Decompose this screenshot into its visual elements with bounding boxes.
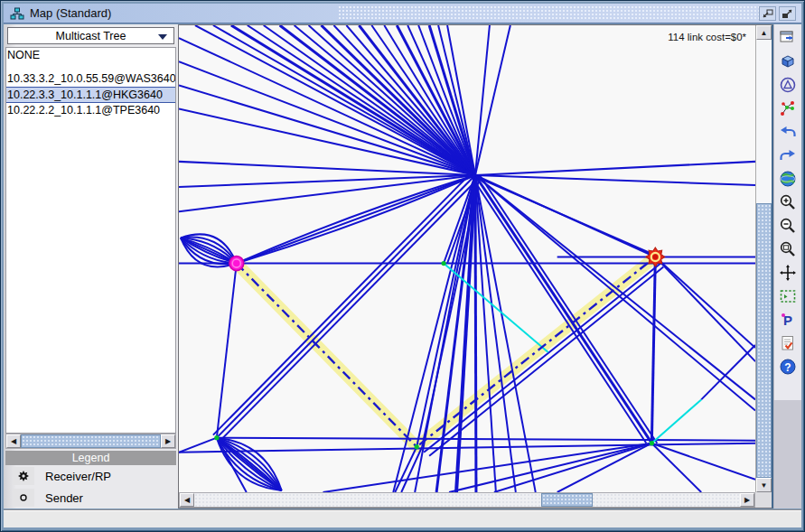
tree-list-item[interactable]: 10.22.2.2_10.1.1.1@TPE3640 (6, 103, 175, 118)
chevron-down-icon (158, 34, 167, 40)
path-tool-icon: P (779, 311, 797, 329)
restore-window-button[interactable] (759, 6, 776, 21)
circular-layout-icon (779, 76, 797, 94)
fit-view-button[interactable] (777, 169, 799, 189)
svg-text:?: ? (784, 361, 791, 374)
map-tree-icon (10, 7, 24, 20)
graph-layout-icon (779, 99, 797, 117)
scrollbar-thumb[interactable] (756, 203, 772, 478)
scrollbar-thumb[interactable] (21, 434, 161, 448)
redo-icon (779, 147, 797, 163)
scroll-down-button[interactable]: ▼ (756, 478, 772, 492)
map-edge (217, 175, 475, 438)
sender-node[interactable] (229, 256, 244, 270)
scrollbar-track[interactable] (194, 493, 740, 507)
zoom-in-button[interactable] (777, 192, 799, 212)
legend-header: Legend (5, 451, 176, 465)
map-edge (475, 175, 755, 185)
legend-label: Receiver/RP (45, 470, 111, 483)
map-vscrollbar[interactable]: ▲ ▼ (755, 25, 772, 492)
map-edge (217, 264, 237, 438)
map-edge (323, 443, 652, 492)
receiver-rp-node[interactable] (646, 247, 665, 266)
map-node[interactable] (441, 261, 445, 266)
map-edge (475, 25, 510, 175)
toolbar-filler-panel (774, 400, 801, 509)
scroll-left-button[interactable]: ◀ (180, 493, 194, 507)
legend-row: Receiver/RP (5, 465, 176, 487)
circular-layout-button[interactable] (777, 75, 799, 95)
select-area-button[interactable] (777, 286, 799, 306)
map-edge (181, 238, 237, 263)
status-bar (4, 509, 801, 527)
scroll-right-button[interactable]: ▶ (161, 434, 175, 448)
overview-window-button[interactable] (777, 28, 799, 48)
tree-list[interactable]: NONE10.33.3.2_10.0.55.59@WAS364010.22.3.… (5, 47, 176, 434)
map-edge (217, 438, 282, 490)
map-edge (651, 399, 701, 443)
tree-type-label: Multicast Tree (56, 30, 126, 42)
sender-icon (13, 489, 34, 507)
tree-list-item[interactable]: NONE (6, 48, 175, 63)
map-edge (651, 257, 655, 443)
map-edge (475, 175, 516, 492)
legend-title: Legend (72, 452, 110, 464)
print-button[interactable] (777, 51, 799, 71)
fit-view-icon (779, 170, 797, 188)
redo-button[interactable] (777, 145, 799, 165)
map-edge (217, 438, 755, 441)
tree-type-select[interactable]: Multicast Tree (7, 27, 174, 44)
scrollbar-track[interactable] (756, 40, 772, 478)
scroll-right-button[interactable]: ▶ (740, 493, 754, 507)
map-edge (475, 25, 490, 175)
scroll-up-button[interactable]: ▲ (756, 25, 772, 40)
map-edge (179, 162, 475, 175)
zoom-area-icon (779, 240, 797, 258)
map-node[interactable] (650, 441, 654, 445)
map-toolbar: P? (773, 24, 801, 509)
undo-icon (779, 124, 797, 140)
map-edge (179, 443, 755, 453)
scrollbar-track[interactable] (21, 434, 161, 448)
map-edge (231, 25, 475, 175)
map-edge (473, 175, 651, 254)
zoom-out-button[interactable] (777, 216, 799, 236)
multicast-sidebar: Multicast Tree NONE10.33.3.2_10.0.55.59@… (4, 24, 178, 509)
zoom-out-icon (779, 217, 797, 235)
map-node[interactable] (415, 444, 419, 449)
help-button[interactable]: ? (777, 357, 799, 377)
receiver-rp-icon (13, 467, 34, 485)
map-edge (195, 25, 475, 175)
pan-button[interactable] (777, 263, 799, 283)
map-edge (449, 443, 651, 492)
tree-list-hscrollbar[interactable]: ◀ ▶ (5, 434, 176, 449)
scrollbar-thumb[interactable] (541, 493, 593, 507)
zoom-in-icon (779, 193, 797, 211)
zoom-area-button[interactable] (777, 239, 799, 259)
map-hscrollbar[interactable]: ◀ ▶ (179, 492, 755, 508)
map-edge (179, 438, 217, 453)
map-edge (651, 443, 701, 492)
maximize-window-button[interactable] (779, 6, 796, 21)
report-button[interactable] (777, 333, 799, 353)
overview-window-icon (779, 30, 797, 46)
graph-layout-button[interactable] (777, 98, 799, 118)
undo-button[interactable] (777, 122, 799, 142)
map-canvas[interactable]: 114 link cost=$0* (179, 25, 755, 492)
tree-list-item[interactable]: 10.22.3.3_10.1.1.1@HKG3640 (6, 87, 175, 103)
legend-label: Sender (45, 491, 83, 505)
map-edge (475, 175, 755, 411)
help-icon: ? (779, 358, 797, 376)
maximize-icon (782, 9, 793, 19)
map-edge (237, 175, 475, 264)
path-tool-button[interactable]: P (777, 310, 799, 330)
scroll-left-button[interactable]: ◀ (6, 434, 21, 448)
tree-list-item[interactable]: 10.33.3.2_10.0.55.59@WAS3640 (6, 71, 175, 87)
window-titlebar[interactable]: Map (Standard) (4, 4, 801, 23)
map-edge (424, 264, 660, 453)
map-node[interactable] (214, 435, 219, 440)
map-edge (475, 162, 755, 175)
map-edge (295, 25, 475, 175)
map-edge (371, 25, 475, 175)
map-edge (475, 175, 476, 492)
